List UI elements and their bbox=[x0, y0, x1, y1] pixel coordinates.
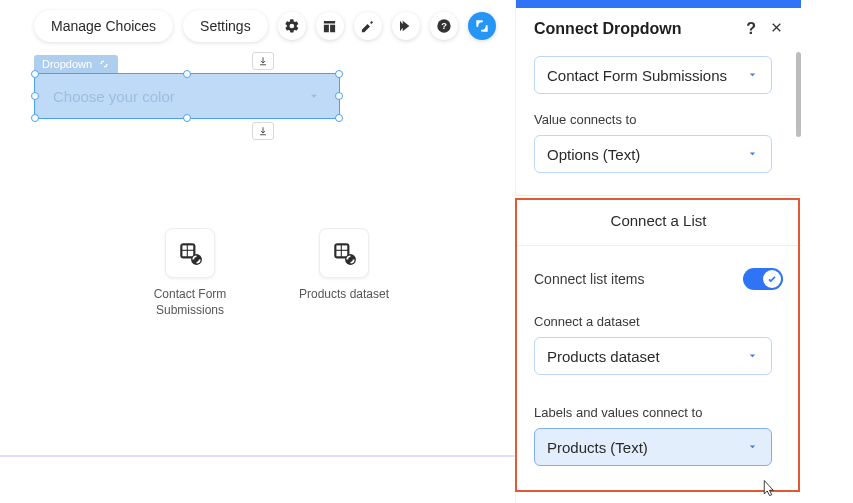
chevron-down-icon bbox=[746, 439, 759, 456]
settings-button[interactable]: Settings bbox=[183, 10, 268, 42]
resize-handle[interactable] bbox=[335, 114, 343, 122]
connect-panel: Connect Dropdown ? Contact Form Submissi… bbox=[515, 0, 801, 503]
dataset-select-value: Contact Form Submissions bbox=[547, 67, 727, 84]
dataset-icon bbox=[319, 228, 369, 278]
svg-rect-5 bbox=[182, 251, 186, 256]
value-connects-value: Options (Text) bbox=[547, 146, 640, 163]
connect-dataset-value: Products dataset bbox=[547, 348, 660, 365]
connect-list-toggle-label: Connect list items bbox=[534, 271, 644, 287]
connect-dataset-select[interactable]: Products dataset bbox=[534, 337, 772, 375]
resize-handle[interactable] bbox=[183, 114, 191, 122]
dataset-icon bbox=[165, 228, 215, 278]
dataset-products[interactable]: Products dataset bbox=[294, 228, 394, 318]
resize-handle[interactable] bbox=[335, 92, 343, 100]
size-chip-bottom bbox=[252, 122, 274, 140]
layout-icon[interactable] bbox=[316, 12, 344, 40]
resize-handle[interactable] bbox=[31, 70, 39, 78]
value-connects-label: Value connects to bbox=[534, 112, 783, 127]
dataset-label: Products dataset bbox=[299, 286, 389, 302]
element-tag: Dropdown bbox=[34, 55, 118, 73]
animation-icon[interactable] bbox=[392, 12, 420, 40]
panel-body: Contact Form Submissions Value connects … bbox=[516, 52, 801, 503]
element-toolbar: Manage Choices Settings ? bbox=[34, 10, 496, 42]
connect-dataset-label: Connect a dataset bbox=[534, 314, 783, 329]
size-chip-top bbox=[252, 52, 274, 70]
svg-rect-3 bbox=[182, 245, 186, 249]
connect-list-toggle-row: Connect list items bbox=[534, 246, 783, 296]
svg-rect-6 bbox=[188, 251, 193, 256]
labels-connect-select[interactable]: Products (Text) bbox=[534, 428, 772, 466]
labels-connect-value: Products (Text) bbox=[547, 439, 648, 456]
svg-rect-10 bbox=[342, 245, 347, 249]
resize-handle[interactable] bbox=[31, 114, 39, 122]
svg-rect-9 bbox=[336, 245, 340, 249]
design-icon[interactable] bbox=[354, 12, 382, 40]
chevron-down-icon bbox=[746, 146, 759, 163]
help-icon[interactable]: ? bbox=[430, 12, 458, 40]
svg-rect-4 bbox=[188, 245, 193, 249]
toggle-knob bbox=[763, 270, 781, 288]
canvas-datasets: Contact Form Submissions Products datase… bbox=[140, 228, 394, 318]
scrollbar[interactable] bbox=[796, 52, 801, 137]
connect-list-toggle[interactable] bbox=[743, 268, 783, 290]
close-icon[interactable] bbox=[770, 20, 783, 38]
dropdown-field[interactable]: Choose your color bbox=[34, 73, 340, 119]
connect-data-icon[interactable] bbox=[468, 12, 496, 40]
resize-handle[interactable] bbox=[335, 70, 343, 78]
svg-rect-11 bbox=[336, 251, 340, 256]
dataset-contact-form[interactable]: Contact Form Submissions bbox=[140, 228, 240, 318]
manage-choices-button[interactable]: Manage Choices bbox=[34, 10, 173, 42]
canvas-divider bbox=[0, 455, 515, 457]
panel-help-icon[interactable]: ? bbox=[746, 20, 756, 38]
chevron-down-icon bbox=[746, 348, 759, 365]
chevron-down-icon bbox=[746, 67, 759, 84]
dataset-label: Contact Form Submissions bbox=[140, 286, 240, 318]
dataset-select[interactable]: Contact Form Submissions bbox=[534, 56, 772, 94]
labels-connect-label: Labels and values connect to bbox=[534, 405, 783, 420]
panel-title: Connect Dropdown bbox=[534, 20, 682, 38]
svg-text:?: ? bbox=[441, 21, 447, 31]
svg-rect-12 bbox=[342, 251, 347, 256]
selected-dropdown-element[interactable]: Dropdown Choose your color bbox=[34, 54, 340, 119]
panel-accent-bar bbox=[516, 0, 801, 8]
value-connects-select[interactable]: Options (Text) bbox=[534, 135, 772, 173]
chevron-down-icon bbox=[307, 89, 321, 103]
resize-handle[interactable] bbox=[31, 92, 39, 100]
connect-list-header: Connect a List bbox=[516, 195, 801, 246]
element-tag-label: Dropdown bbox=[42, 58, 92, 70]
panel-header: Connect Dropdown ? bbox=[516, 8, 801, 52]
dropdown-placeholder: Choose your color bbox=[53, 88, 175, 105]
gear-icon[interactable] bbox=[278, 12, 306, 40]
connect-badge-icon bbox=[98, 59, 110, 69]
resize-handle[interactable] bbox=[183, 70, 191, 78]
